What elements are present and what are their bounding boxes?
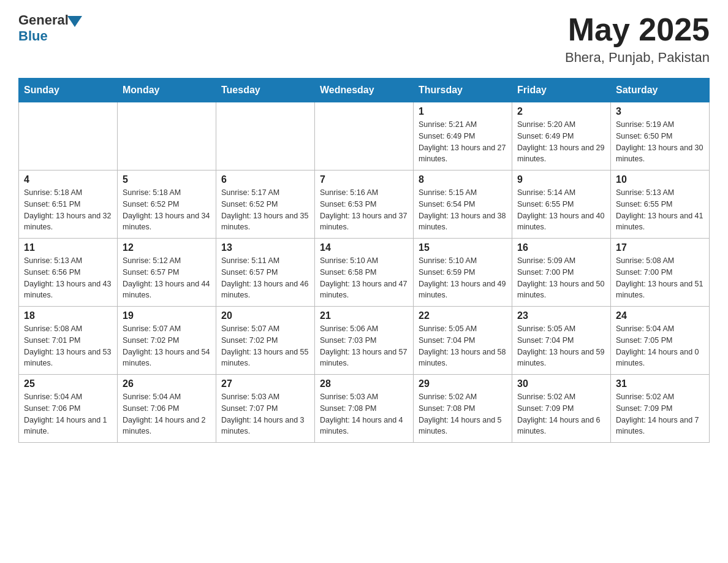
calendar-cell: 13Sunrise: 5:11 AMSunset: 6:57 PMDayligh… xyxy=(216,239,315,307)
calendar-cell: 24Sunrise: 5:04 AMSunset: 7:05 PMDayligh… xyxy=(611,307,710,375)
calendar-cell: 26Sunrise: 5:04 AMSunset: 7:06 PMDayligh… xyxy=(118,375,216,443)
calendar-week-row: 11Sunrise: 5:13 AMSunset: 6:56 PMDayligh… xyxy=(19,239,710,307)
day-info: Sunrise: 5:08 AMSunset: 7:00 PMDaylight:… xyxy=(616,255,704,301)
day-info: Sunrise: 5:04 AMSunset: 7:06 PMDaylight:… xyxy=(123,391,211,437)
calendar-cell: 29Sunrise: 5:02 AMSunset: 7:08 PMDayligh… xyxy=(414,375,512,443)
calendar-cell: 16Sunrise: 5:09 AMSunset: 7:00 PMDayligh… xyxy=(512,239,611,307)
day-number: 1 xyxy=(419,106,507,117)
calendar-cell: 15Sunrise: 5:10 AMSunset: 6:59 PMDayligh… xyxy=(414,239,512,307)
day-info: Sunrise: 5:02 AMSunset: 7:08 PMDaylight:… xyxy=(419,391,507,437)
calendar-cell: 3Sunrise: 5:19 AMSunset: 6:50 PMDaylight… xyxy=(611,102,710,170)
day-number: 19 xyxy=(123,310,211,321)
day-info: Sunrise: 5:11 AMSunset: 6:57 PMDaylight:… xyxy=(221,255,309,301)
logo-blue-text: Blue xyxy=(18,28,48,44)
day-number: 26 xyxy=(123,378,211,389)
day-number: 22 xyxy=(419,310,507,321)
day-number: 27 xyxy=(221,378,309,389)
day-info: Sunrise: 5:05 AMSunset: 7:04 PMDaylight:… xyxy=(517,323,605,369)
calendar-cell: 18Sunrise: 5:08 AMSunset: 7:01 PMDayligh… xyxy=(19,307,118,375)
day-number: 18 xyxy=(24,310,112,321)
logo: General Blue xyxy=(18,12,82,44)
day-info: Sunrise: 5:18 AMSunset: 6:52 PMDaylight:… xyxy=(123,187,211,233)
day-info: Sunrise: 5:06 AMSunset: 7:03 PMDaylight:… xyxy=(320,323,408,369)
calendar-table: SundayMondayTuesdayWednesdayThursdayFrid… xyxy=(18,78,710,443)
day-number: 16 xyxy=(517,242,605,253)
day-info: Sunrise: 5:12 AMSunset: 6:57 PMDaylight:… xyxy=(123,255,211,301)
day-number: 23 xyxy=(517,310,605,321)
calendar-cell: 2Sunrise: 5:20 AMSunset: 6:49 PMDaylight… xyxy=(512,102,611,170)
day-number: 31 xyxy=(616,378,704,389)
calendar-week-row: 18Sunrise: 5:08 AMSunset: 7:01 PMDayligh… xyxy=(19,307,710,375)
calendar-cell: 11Sunrise: 5:13 AMSunset: 6:56 PMDayligh… xyxy=(19,239,118,307)
day-info: Sunrise: 5:14 AMSunset: 6:55 PMDaylight:… xyxy=(517,187,605,233)
page-header: General Blue May 2025 Bhera, Punjab, Pak… xyxy=(18,12,710,66)
weekday-header-saturday: Saturday xyxy=(611,79,710,102)
day-info: Sunrise: 5:05 AMSunset: 7:04 PMDaylight:… xyxy=(419,323,507,369)
calendar-cell: 25Sunrise: 5:04 AMSunset: 7:06 PMDayligh… xyxy=(19,375,118,443)
weekday-header-row: SundayMondayTuesdayWednesdayThursdayFrid… xyxy=(19,79,710,102)
day-number: 30 xyxy=(517,378,605,389)
day-info: Sunrise: 5:03 AMSunset: 7:08 PMDaylight:… xyxy=(320,391,408,437)
calendar-cell xyxy=(19,102,118,170)
day-info: Sunrise: 5:21 AMSunset: 6:49 PMDaylight:… xyxy=(419,119,507,165)
day-info: Sunrise: 5:15 AMSunset: 6:54 PMDaylight:… xyxy=(419,187,507,233)
calendar-cell xyxy=(118,102,216,170)
day-info: Sunrise: 5:17 AMSunset: 6:52 PMDaylight:… xyxy=(221,187,309,233)
title-block: May 2025 Bhera, Punjab, Pakistan xyxy=(565,12,710,66)
day-info: Sunrise: 5:04 AMSunset: 7:06 PMDaylight:… xyxy=(24,391,112,437)
day-number: 12 xyxy=(123,242,211,253)
calendar-cell: 1Sunrise: 5:21 AMSunset: 6:49 PMDaylight… xyxy=(414,102,512,170)
day-info: Sunrise: 5:19 AMSunset: 6:50 PMDaylight:… xyxy=(616,119,704,165)
day-number: 21 xyxy=(320,310,408,321)
calendar-cell: 27Sunrise: 5:03 AMSunset: 7:07 PMDayligh… xyxy=(216,375,315,443)
day-info: Sunrise: 5:08 AMSunset: 7:01 PMDaylight:… xyxy=(24,323,112,369)
calendar-cell: 28Sunrise: 5:03 AMSunset: 7:08 PMDayligh… xyxy=(315,375,414,443)
day-number: 9 xyxy=(517,174,605,185)
day-number: 20 xyxy=(221,310,309,321)
month-year-title: May 2025 xyxy=(565,12,710,47)
day-number: 2 xyxy=(517,106,605,117)
day-info: Sunrise: 5:13 AMSunset: 6:55 PMDaylight:… xyxy=(616,187,704,233)
calendar-cell: 19Sunrise: 5:07 AMSunset: 7:02 PMDayligh… xyxy=(118,307,216,375)
calendar-cell: 10Sunrise: 5:13 AMSunset: 6:55 PMDayligh… xyxy=(611,170,710,239)
day-number: 15 xyxy=(419,242,507,253)
day-info: Sunrise: 5:03 AMSunset: 7:07 PMDaylight:… xyxy=(221,391,309,437)
calendar-cell: 30Sunrise: 5:02 AMSunset: 7:09 PMDayligh… xyxy=(512,375,611,443)
calendar-cell: 23Sunrise: 5:05 AMSunset: 7:04 PMDayligh… xyxy=(512,307,611,375)
calendar-cell: 21Sunrise: 5:06 AMSunset: 7:03 PMDayligh… xyxy=(315,307,414,375)
day-info: Sunrise: 5:10 AMSunset: 6:59 PMDaylight:… xyxy=(419,255,507,301)
weekday-header-wednesday: Wednesday xyxy=(315,79,414,102)
day-number: 13 xyxy=(221,242,309,253)
day-number: 8 xyxy=(419,174,507,185)
calendar-cell: 22Sunrise: 5:05 AMSunset: 7:04 PMDayligh… xyxy=(414,307,512,375)
day-number: 3 xyxy=(616,106,704,117)
calendar-cell: 7Sunrise: 5:16 AMSunset: 6:53 PMDaylight… xyxy=(315,170,414,239)
calendar-cell xyxy=(216,102,315,170)
calendar-cell: 9Sunrise: 5:14 AMSunset: 6:55 PMDaylight… xyxy=(512,170,611,239)
day-number: 24 xyxy=(616,310,704,321)
weekday-header-sunday: Sunday xyxy=(19,79,118,102)
day-number: 7 xyxy=(320,174,408,185)
location-subtitle: Bhera, Punjab, Pakistan xyxy=(565,50,710,66)
day-number: 17 xyxy=(616,242,704,253)
weekday-header-tuesday: Tuesday xyxy=(216,79,315,102)
calendar-cell: 4Sunrise: 5:18 AMSunset: 6:51 PMDaylight… xyxy=(19,170,118,239)
calendar-cell: 14Sunrise: 5:10 AMSunset: 6:58 PMDayligh… xyxy=(315,239,414,307)
day-info: Sunrise: 5:02 AMSunset: 7:09 PMDaylight:… xyxy=(517,391,605,437)
day-number: 28 xyxy=(320,378,408,389)
day-number: 10 xyxy=(616,174,704,185)
calendar-week-row: 25Sunrise: 5:04 AMSunset: 7:06 PMDayligh… xyxy=(19,375,710,443)
calendar-week-row: 1Sunrise: 5:21 AMSunset: 6:49 PMDaylight… xyxy=(19,102,710,170)
calendar-header: SundayMondayTuesdayWednesdayThursdayFrid… xyxy=(19,79,710,102)
day-info: Sunrise: 5:10 AMSunset: 6:58 PMDaylight:… xyxy=(320,255,408,301)
day-number: 14 xyxy=(320,242,408,253)
calendar-body: 1Sunrise: 5:21 AMSunset: 6:49 PMDaylight… xyxy=(19,102,710,443)
calendar-cell: 5Sunrise: 5:18 AMSunset: 6:52 PMDaylight… xyxy=(118,170,216,239)
day-number: 11 xyxy=(24,242,112,253)
weekday-header-monday: Monday xyxy=(118,79,216,102)
day-info: Sunrise: 5:04 AMSunset: 7:05 PMDaylight:… xyxy=(616,323,704,369)
calendar-cell: 8Sunrise: 5:15 AMSunset: 6:54 PMDaylight… xyxy=(414,170,512,239)
day-info: Sunrise: 5:20 AMSunset: 6:49 PMDaylight:… xyxy=(517,119,605,165)
calendar-cell xyxy=(315,102,414,170)
day-number: 29 xyxy=(419,378,507,389)
